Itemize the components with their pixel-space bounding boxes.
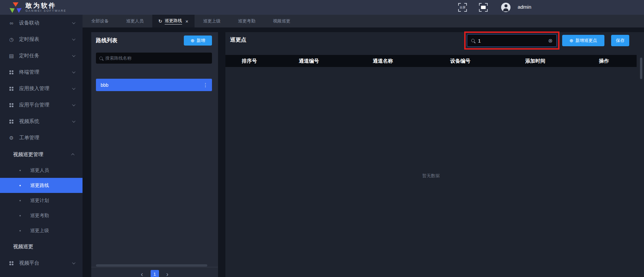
tab-巡更路线[interactable]: ↻巡更路线× <box>152 15 195 27</box>
logo-petal-blue <box>15 6 22 13</box>
logo-icon <box>9 2 21 13</box>
chevron-down-icon <box>72 86 75 90</box>
tab-巡更人员[interactable]: 巡更人员 <box>117 15 152 27</box>
sidebar-item-label: 定时任务 <box>19 53 72 59</box>
fullscreen-icon[interactable]: 全屏 <box>458 3 467 12</box>
add-route-button[interactable]: ⊕ 新增 <box>184 36 212 46</box>
refresh-icon[interactable]: ↻ <box>158 18 162 24</box>
sidebar-item-label: 终端管理 <box>19 69 72 75</box>
username[interactable]: admin <box>518 4 531 10</box>
tab-视频巡更[interactable]: 视频巡更 <box>264 15 299 27</box>
next-page-button[interactable]: › <box>166 270 169 277</box>
patrol-search-input[interactable] <box>478 38 545 44</box>
bullet-icon <box>19 230 21 231</box>
sidebar-item-label: 巡更上级 <box>30 228 74 234</box>
fullscreen-label: 全屏 <box>458 3 467 12</box>
sidebar-item-label: 定时报表 <box>19 36 72 43</box>
pagination: ‹ 1 › <box>91 270 218 277</box>
sidebar-item-视频系统[interactable]: 视频系统 <box>0 113 83 130</box>
grid-icon <box>8 261 15 265</box>
sidebar-item-终端管理[interactable]: 终端管理 <box>0 64 83 80</box>
vertical-scrollbar[interactable] <box>640 58 642 79</box>
screen-capture-icon[interactable] <box>479 3 488 12</box>
sidebar-item-应用平台管理[interactable]: 应用平台管理 <box>0 97 83 113</box>
empty-state-text: 暂无数据 <box>225 173 637 179</box>
gear-icon: ⚙ <box>8 135 15 141</box>
sidebar-item-巡更计划[interactable]: 巡更计划 <box>0 193 83 208</box>
add-patrol-point-button[interactable]: ⊕ 新增巡更点 <box>562 35 604 46</box>
chevron-down-icon <box>72 54 75 57</box>
tab-label: 视频巡更 <box>273 18 290 24</box>
sidebar-item-定时任务[interactable]: ▤定时任务 <box>0 48 83 64</box>
sidebar-item-巡更路线[interactable]: 巡更路线 <box>0 178 83 193</box>
clear-search-icon[interactable]: ⊗ <box>548 38 552 44</box>
tab-label: 巡更路线 <box>165 18 182 24</box>
search-icon <box>99 57 103 60</box>
search-icon <box>471 39 475 42</box>
sidebar-item-定时报表[interactable]: ◷定时报表 <box>0 31 83 48</box>
brand-logo: 敢为软件 GANWEI SOFTWARE <box>0 2 66 13</box>
save-button[interactable]: 保存 <box>611 35 629 46</box>
logo-petal-green <box>9 6 16 13</box>
sidebar-item-视频平台[interactable]: 视频平台 <box>0 255 83 271</box>
sidebar-nav: ∞设备联动◷定时报表▤定时任务终端管理应用接入管理应用平台管理视频系统⚙工单管理… <box>0 15 83 277</box>
tab-label: 巡更考勤 <box>238 18 256 24</box>
current-page-button[interactable]: 1 <box>151 270 159 277</box>
tab-label: 巡更人员 <box>126 18 144 24</box>
tab-label: 全部设备 <box>91 18 109 24</box>
app-header: 敢为软件 GANWEI SOFTWARE 全屏 admin <box>0 0 644 15</box>
horizontal-scrollbar[interactable] <box>96 264 207 267</box>
sidebar-item-巡更上级[interactable]: 巡更上级 <box>0 223 83 238</box>
sidebar-item-label: 巡更考勤 <box>30 213 74 219</box>
tab-全部设备[interactable]: 全部设备 <box>83 15 117 27</box>
sidebar-item-视频巡更[interactable]: 视频巡更 <box>0 238 83 255</box>
timer-task-icon: ▤ <box>8 53 15 59</box>
sidebar-item-label: 巡更人员 <box>30 167 74 174</box>
divider <box>91 267 218 267</box>
column-header-添加时间: 添加时间 <box>499 58 571 64</box>
chevron-down-icon <box>72 21 75 24</box>
sidebar-item-label: 视频系统 <box>19 118 72 125</box>
chevron-down-icon <box>72 119 75 123</box>
route-list-item[interactable]: bbb⋮ <box>96 79 212 91</box>
route-panel-title: 路线列表 <box>96 37 117 44</box>
sidebar-item-label: 工单管理 <box>19 135 74 141</box>
sidebar-item-视频巡更管理[interactable]: 视频巡更管理 <box>0 146 83 163</box>
user-avatar[interactable] <box>501 3 511 12</box>
grid-icon <box>8 120 15 124</box>
route-name: bbb <box>101 82 108 88</box>
route-list-panel: 路线列表 ⊕ 新增 bbb⋮ ‹ 1 › <box>91 32 218 277</box>
bullet-icon <box>19 170 21 171</box>
column-header-通道编号: 通道编号 <box>273 58 344 64</box>
bullet-icon <box>19 215 21 216</box>
chevron-down-icon <box>72 70 75 73</box>
sidebar-item-label: 视频巡更 <box>13 244 74 250</box>
plus-circle-icon: ⊕ <box>570 38 574 43</box>
route-search-input[interactable] <box>105 56 209 61</box>
logo-petal-orange <box>13 2 18 7</box>
tab-label: 巡更上级 <box>203 18 221 24</box>
sidebar-item-巡更考勤[interactable]: 巡更考勤 <box>0 208 83 223</box>
bullet-icon <box>19 200 21 201</box>
sidebar-item-应用接入管理[interactable]: 应用接入管理 <box>0 80 83 97</box>
device-linkage-icon: ∞ <box>8 20 15 26</box>
tab-巡更上级[interactable]: 巡更上级 <box>195 15 229 27</box>
sidebar-item-label: 巡更计划 <box>30 198 74 204</box>
column-header-通道名称: 通道名称 <box>344 58 421 64</box>
prev-page-button[interactable]: ‹ <box>141 270 143 277</box>
sidebar-item-label: 巡更路线 <box>30 183 74 189</box>
close-tab-icon[interactable]: × <box>185 18 189 24</box>
sidebar-item-label: 视频巡更管理 <box>13 151 72 158</box>
grid-icon <box>8 103 15 107</box>
column-header-设备编号: 设备编号 <box>421 58 499 64</box>
tab-bar: 全部设备巡更人员↻巡更路线×巡更上级巡更考勤视频巡更 <box>83 15 644 27</box>
tab-巡更考勤[interactable]: 巡更考勤 <box>229 15 264 27</box>
bullet-icon <box>19 185 21 186</box>
sidebar-item-label: 应用平台管理 <box>19 102 72 108</box>
chevron-down-icon <box>72 103 75 106</box>
patrol-search-box: ⊗ <box>467 34 557 47</box>
kebab-menu-icon[interactable]: ⋮ <box>203 82 208 88</box>
sidebar-item-工单管理[interactable]: ⚙工单管理 <box>0 130 83 146</box>
sidebar-item-巡更人员[interactable]: 巡更人员 <box>0 163 83 178</box>
sidebar-item-设备联动[interactable]: ∞设备联动 <box>0 15 83 31</box>
